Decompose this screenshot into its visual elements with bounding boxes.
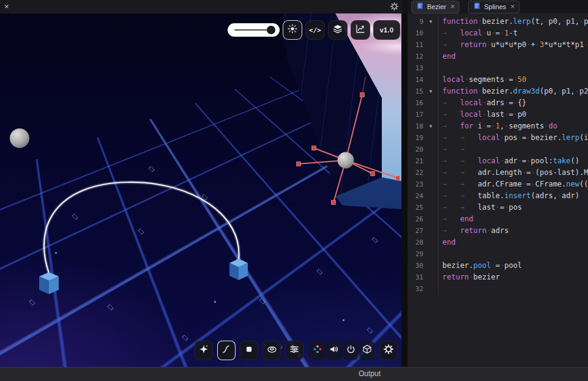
close-icon[interactable]: × bbox=[4, 0, 9, 13]
square-tool-button[interactable] bbox=[240, 341, 258, 360]
code-token: · bbox=[513, 110, 518, 119]
tab-splines[interactable]: Splines × bbox=[468, 1, 519, 13]
code-line[interactable]: 16→ local·adrs·=·{} bbox=[408, 97, 588, 109]
gizmo-handle[interactable] bbox=[360, 93, 365, 97]
graph-button[interactable] bbox=[351, 20, 370, 40]
code-line[interactable]: 26→ end bbox=[408, 213, 588, 225]
code-text: → local·adrs·=·{} bbox=[438, 97, 588, 109]
fold-arrow-icon bbox=[423, 109, 438, 120]
line-number: 20 bbox=[408, 144, 423, 155]
code-token: return bbox=[460, 226, 486, 235]
code-token: · bbox=[513, 98, 518, 107]
code-token: bezier. bbox=[482, 87, 513, 95]
gizmo-axis-ext bbox=[362, 77, 365, 95]
code-text: return·bezier bbox=[438, 272, 588, 283]
fold-arrow-icon[interactable]: ▼ bbox=[423, 120, 438, 132]
torus-tool-button[interactable] bbox=[262, 341, 281, 360]
fold-arrow-icon bbox=[423, 51, 438, 62]
tab-bezier[interactable]: Bezier × bbox=[411, 1, 460, 13]
gizmo-handle[interactable] bbox=[297, 162, 301, 166]
code-line[interactable]: 15▼function·bezier.draw3d(p0,·p1,·p2 bbox=[408, 86, 588, 97]
line-number: 16 bbox=[408, 97, 423, 109]
code-line[interactable]: 17→ local·last·=·p0 bbox=[408, 109, 588, 120]
version-button[interactable]: v1.0 bbox=[373, 20, 400, 40]
gizmo-center-sphere[interactable] bbox=[338, 152, 354, 169]
code-editor[interactable]: 9▼function·bezier.lerp(t,·p0,·p1,·p210→ … bbox=[408, 13, 588, 367]
code-token: · bbox=[518, 133, 522, 142]
code-line[interactable]: 23→ → adr.CFrame·=·CFrame.new(( bbox=[408, 179, 588, 190]
code-token: adrs bbox=[486, 98, 504, 107]
fold-arrow-icon bbox=[423, 132, 438, 144]
code-line[interactable]: 13 bbox=[408, 62, 588, 74]
code-line[interactable]: 29 bbox=[408, 248, 588, 260]
code-token: · bbox=[535, 40, 540, 49]
viewport-gear-button[interactable] bbox=[379, 341, 398, 360]
code-line[interactable]: 20→ → bbox=[408, 144, 588, 155]
code-token: () bbox=[571, 157, 579, 165]
code-text: function·bezier.lerp(t,·p0,·p1,·p2 bbox=[438, 16, 588, 28]
code-token: i bbox=[478, 122, 482, 130]
code-line[interactable]: 25→ → last·=·pos bbox=[408, 202, 588, 213]
code-token: CFrame. bbox=[535, 180, 567, 188]
sphere-part[interactable] bbox=[10, 128, 29, 148]
fold-arrow-icon[interactable]: ▼ bbox=[423, 86, 438, 97]
layers-button[interactable] bbox=[328, 20, 348, 40]
panel-splitter[interactable] bbox=[401, 13, 408, 367]
settings-sliders-button[interactable] bbox=[285, 341, 303, 360]
code-line[interactable]: 30bezier.pool·=·pool bbox=[408, 260, 588, 272]
code-text: → → local·adr·=·pool:take() bbox=[438, 155, 588, 167]
code-token: function bbox=[442, 17, 478, 26]
audio-button[interactable] bbox=[326, 341, 342, 360]
gizmo-handle[interactable] bbox=[312, 146, 316, 150]
curve-tool-button[interactable] bbox=[217, 341, 236, 360]
curve-icon bbox=[221, 344, 232, 357]
code-line[interactable]: 11→ return·u*u*u*p0·+·3*u*u*t*p1·+ bbox=[408, 39, 588, 51]
part-box-button[interactable] bbox=[359, 341, 375, 360]
gizmo-handle[interactable] bbox=[332, 201, 336, 205]
code-line[interactable]: 10→ local·u·=·1-t bbox=[408, 28, 588, 39]
code-line[interactable]: 18▼→ for·i·=·1,·segments·do bbox=[408, 120, 588, 132]
code-line[interactable]: 24→ → table.insert(adrs,·adr) bbox=[408, 190, 588, 202]
code-line[interactable]: 32 bbox=[408, 283, 588, 295]
size-slider[interactable] bbox=[228, 23, 280, 37]
controller-button[interactable] bbox=[310, 341, 326, 360]
line-number: 22 bbox=[408, 167, 423, 179]
slider-knob[interactable] bbox=[267, 26, 275, 34]
tab-close-icon[interactable]: × bbox=[450, 2, 455, 11]
code-text bbox=[438, 283, 588, 295]
code-token: · bbox=[478, 17, 482, 26]
gizmo-handle[interactable] bbox=[396, 176, 400, 180]
code-line[interactable]: 12end bbox=[408, 51, 588, 62]
code-line[interactable]: 9▼function·bezier.lerp(t,·p0,·p1,·p2 bbox=[408, 16, 588, 28]
code-token: p1, bbox=[566, 17, 579, 26]
move-gizmo[interactable] bbox=[297, 77, 400, 205]
fold-arrow-icon[interactable]: ▼ bbox=[423, 16, 438, 28]
power-icon bbox=[346, 344, 356, 357]
code-line[interactable]: 22→ → adr.Length·=·(pos-last).Ma bbox=[408, 167, 588, 179]
output-panel-toggle[interactable]: Output bbox=[359, 369, 381, 378]
code-token: · bbox=[474, 122, 478, 130]
part-cube[interactable] bbox=[39, 272, 59, 294]
code-line[interactable]: 14local·segments·=·50 bbox=[408, 74, 588, 86]
settings-gear-icon[interactable] bbox=[390, 2, 400, 12]
code-text: → → table.insert(adrs,·adr) bbox=[438, 190, 588, 202]
code-token: → bbox=[442, 122, 460, 130]
part-cube[interactable] bbox=[229, 259, 248, 280]
code-line[interactable]: 27→ return·adrs bbox=[408, 225, 588, 237]
code-view-button[interactable]: </> bbox=[305, 20, 325, 40]
script-icon bbox=[416, 1, 424, 12]
particles-button[interactable] bbox=[195, 341, 213, 360]
light-icon bbox=[287, 23, 298, 37]
code-line[interactable]: 31return·bezier bbox=[408, 272, 588, 283]
gizmo-handle[interactable] bbox=[371, 172, 375, 176]
code-line[interactable]: 19→ → local·pos·=·bezier.lerp(i bbox=[408, 132, 588, 144]
code-token: · bbox=[491, 122, 496, 130]
code-text: bezier.pool·=·pool bbox=[438, 260, 588, 272]
tab-close-icon[interactable]: × bbox=[510, 2, 515, 11]
code-line[interactable]: 21→ → local·adr·=·pool:take() bbox=[408, 155, 588, 167]
viewport-3d[interactable]: </> v1.0 bbox=[0, 13, 401, 367]
line-number: 12 bbox=[408, 51, 423, 62]
power-button[interactable] bbox=[343, 341, 359, 360]
light-toggle-button[interactable] bbox=[283, 20, 302, 40]
code-line[interactable]: 28end bbox=[408, 237, 588, 248]
